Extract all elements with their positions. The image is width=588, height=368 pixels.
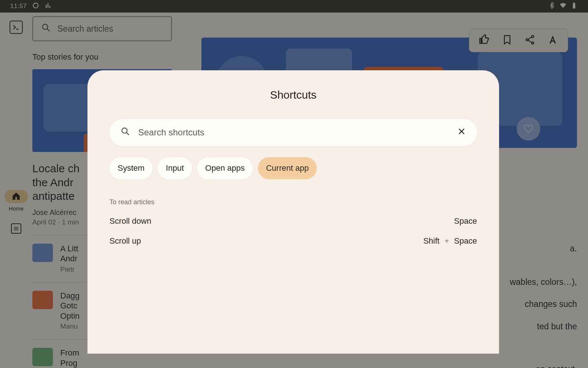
chip-label: Current app: [266, 163, 309, 173]
shortcut-key: Shift: [423, 236, 440, 246]
shortcut-key: Space: [454, 236, 477, 246]
svg-line-18: [126, 132, 129, 135]
shortcut-key: Space: [454, 216, 477, 226]
chip-current-app[interactable]: Current app: [258, 157, 317, 179]
shortcut-action: Scroll down: [110, 216, 151, 226]
clear-icon[interactable]: [457, 127, 466, 138]
shortcut-action: Scroll up: [110, 236, 141, 246]
svg-point-17: [122, 128, 127, 133]
shortcut-search-input[interactable]: Search shortcuts: [110, 119, 477, 146]
filter-chips: System Input Open apps Current app: [110, 157, 477, 179]
chip-system[interactable]: System: [110, 157, 153, 179]
dialog-title: Shortcuts: [110, 89, 477, 101]
search-icon: [121, 127, 130, 138]
shortcut-row: Scroll down Space: [110, 216, 477, 226]
shortcuts-dialog: Shortcuts Search shortcuts System Input …: [87, 70, 499, 354]
chip-input[interactable]: Input: [158, 157, 192, 179]
chip-label: Open apps: [205, 163, 245, 173]
chip-label: System: [118, 163, 144, 173]
shortcut-row: Scroll up Shift + Space: [110, 236, 477, 246]
chip-open-apps[interactable]: Open apps: [197, 157, 253, 179]
shortcut-section-label: To read articles: [110, 198, 477, 206]
shortcut-search-placeholder: Search shortcuts: [138, 127, 204, 138]
chip-label: Input: [166, 163, 184, 173]
plus-icon: +: [445, 237, 449, 245]
